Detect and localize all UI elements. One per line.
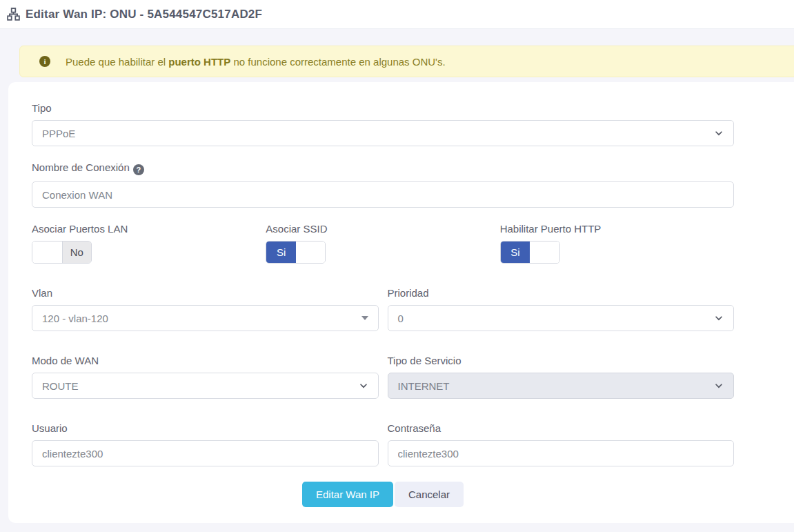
asociar-puertos-lan-label: Asociar Puertos LAN xyxy=(32,223,266,235)
caret-down-icon xyxy=(361,316,368,320)
chevron-down-icon xyxy=(714,128,724,138)
page-header: Editar Wan IP: ONU - 5A544547C517AD2F xyxy=(0,0,794,29)
nombre-conexion-input[interactable] xyxy=(32,181,734,208)
prioridad-select[interactable]: 0 xyxy=(388,305,735,331)
prioridad-label: Prioridad xyxy=(388,287,735,299)
info-icon: i xyxy=(39,56,50,67)
toggle-state-label: Si xyxy=(501,242,530,263)
tipo-select-value: PPPoE xyxy=(42,128,75,139)
vlan-select[interactable]: 120 - vlan-120 xyxy=(32,305,379,331)
usuario-input[interactable] xyxy=(32,440,379,466)
nombre-conexion-label: Nombre de Conexión? xyxy=(32,161,734,175)
contrasena-label: Contraseña xyxy=(388,422,735,434)
page-title: Editar Wan IP: ONU - 5A544547C517AD2F xyxy=(26,8,262,21)
asociar-puertos-lan-toggle[interactable]: No xyxy=(32,241,92,264)
chevron-down-icon xyxy=(714,313,724,323)
habilitar-puerto-http-label: Habilitar Puerto HTTP xyxy=(500,223,734,235)
tipo-servicio-select: INTERNET xyxy=(388,373,735,399)
tipo-select[interactable]: PPPoE xyxy=(32,120,734,146)
tipo-servicio-label: Tipo de Servicio xyxy=(388,355,735,366)
sitemap-icon xyxy=(7,8,20,21)
chevron-down-icon xyxy=(359,381,368,391)
asociar-ssid-label: Asociar SSID xyxy=(266,223,499,235)
modo-wan-select-value: ROUTE xyxy=(42,380,79,392)
contrasena-input[interactable] xyxy=(388,440,735,466)
habilitar-puerto-http-toggle[interactable]: Si xyxy=(500,241,560,264)
editar-wan-ip-button[interactable]: Editar Wan IP xyxy=(302,482,393,507)
vlan-label: Vlan xyxy=(32,287,379,299)
toggle-state-label: Si xyxy=(266,242,296,263)
modo-wan-select[interactable]: ROUTE xyxy=(32,373,379,399)
modo-wan-label: Modo de WAN xyxy=(32,355,379,366)
form-actions: Editar Wan IP Cancelar xyxy=(32,482,734,507)
toggle-knob xyxy=(530,242,559,263)
prioridad-select-value: 0 xyxy=(398,313,404,324)
toggle-knob xyxy=(296,242,326,263)
help-icon[interactable]: ? xyxy=(133,164,144,175)
asociar-ssid-toggle[interactable]: Si xyxy=(266,241,326,264)
vlan-select-value: 120 - vlan-120 xyxy=(42,313,108,324)
warning-banner: i Puede que habilitar el puerto HTTP no … xyxy=(19,46,794,77)
usuario-label: Usuario xyxy=(32,422,379,434)
tipo-servicio-select-value: INTERNET xyxy=(398,380,450,392)
toggle-state-label: No xyxy=(62,242,92,263)
cancelar-button[interactable]: Cancelar xyxy=(395,482,464,507)
chevron-down-icon xyxy=(714,381,724,391)
tipo-label: Tipo xyxy=(32,102,734,114)
warning-text: Puede que habilitar el puerto HTTP no fu… xyxy=(66,56,446,68)
edit-wan-form-card: Tipo PPPoE Nombre de Conexión? Asociar P… xyxy=(8,82,794,523)
toggle-knob xyxy=(32,242,62,263)
